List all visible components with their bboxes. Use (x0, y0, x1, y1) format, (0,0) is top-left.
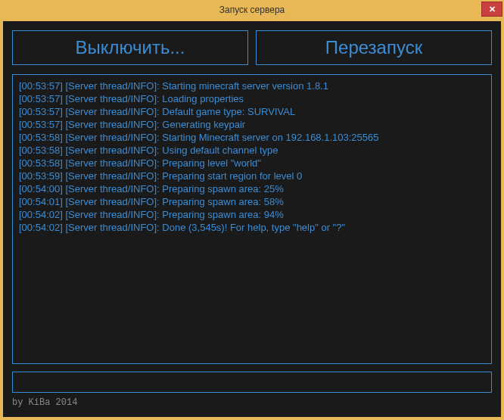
close-button[interactable]: ✕ (481, 2, 502, 17)
log-line: [00:54:00] [Server thread/INFO]: Prepari… (19, 182, 485, 195)
log-line: [00:53:57] [Server thread/INFO]: Generat… (19, 118, 485, 131)
log-line: [00:53:57] [Server thread/INFO]: Default… (19, 105, 485, 118)
window-title: Запуск сервера (219, 5, 285, 15)
log-line: [00:53:57] [Server thread/INFO]: Startin… (19, 79, 485, 92)
footer-credit: by KiBa 2014 (12, 397, 492, 408)
button-row: Выключить... Перезапуск (12, 30, 492, 65)
log-line: [00:53:58] [Server thread/INFO]: Startin… (19, 131, 485, 144)
titlebar[interactable]: Запуск сервера ✕ (0, 0, 504, 20)
window-content: Выключить... Перезапуск [00:53:57] [Serv… (3, 21, 501, 417)
log-line: [00:54:02] [Server thread/INFO]: Done (3… (19, 221, 485, 234)
command-input[interactable] (13, 372, 491, 392)
log-line: [00:53:57] [Server thread/INFO]: Loading… (19, 92, 485, 105)
log-line: [00:53:59] [Server thread/INFO]: Prepari… (19, 170, 485, 182)
command-input-row (12, 372, 492, 393)
log-line: [00:53:58] [Server thread/INFO]: Using d… (19, 144, 485, 157)
log-output[interactable]: [00:53:57] [Server thread/INFO]: Startin… (12, 74, 492, 364)
restart-button[interactable]: Перезапуск (256, 30, 492, 65)
log-line: [00:54:02] [Server thread/INFO]: Prepari… (19, 208, 485, 221)
close-icon: ✕ (489, 5, 496, 14)
shutdown-button[interactable]: Выключить... (12, 30, 248, 65)
log-line: [00:54:01] [Server thread/INFO]: Prepari… (19, 195, 485, 208)
log-line: [00:53:58] [Server thread/INFO]: Prepari… (19, 157, 485, 170)
